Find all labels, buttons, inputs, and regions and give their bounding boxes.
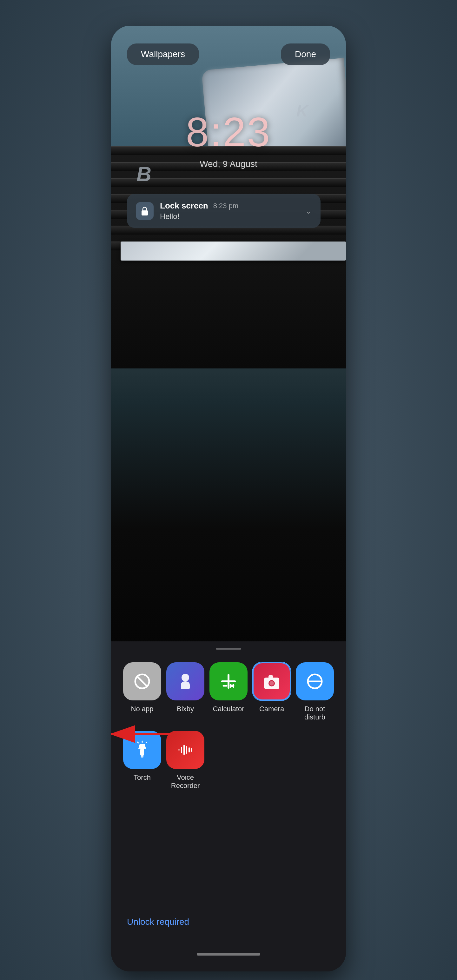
bixby-icon bbox=[175, 671, 196, 692]
svg-line-2 bbox=[137, 676, 147, 686]
top-buttons-bar: Wallpapers Done bbox=[111, 43, 346, 65]
red-arrow-annotation bbox=[111, 721, 177, 747]
app-item-bixby[interactable]: Bixby bbox=[164, 662, 207, 721]
torch-label: Torch bbox=[134, 773, 151, 782]
notification-title: Lock screen bbox=[160, 201, 208, 211]
notification-time: 8:23 pm bbox=[213, 202, 239, 210]
app-item-no-app[interactable]: No app bbox=[121, 662, 164, 721]
bottom-panel: No app Bixby bbox=[111, 641, 346, 971]
unlock-required-text: Unlock required bbox=[127, 917, 189, 927]
apps-grid: No app Bixby bbox=[111, 662, 346, 790]
grille-chrome-edge bbox=[121, 242, 346, 261]
no-app-icon bbox=[132, 671, 152, 692]
svg-point-12 bbox=[269, 681, 274, 686]
camera-icon bbox=[261, 671, 282, 692]
svg-rect-16 bbox=[140, 749, 144, 756]
svg-rect-13 bbox=[269, 675, 273, 678]
done-button[interactable]: Done bbox=[281, 43, 330, 65]
app-item-voice-recorder[interactable]: Voice Recorder bbox=[164, 731, 207, 790]
wallpapers-button[interactable]: Wallpapers bbox=[127, 43, 199, 65]
bixby-icon-wrap bbox=[166, 662, 204, 700]
calculator-icon-wrap bbox=[209, 662, 248, 700]
outer-background: K B Wallpapers Done 8:23 Wed, 9 August bbox=[0, 0, 457, 980]
bixby-label: Bixby bbox=[177, 705, 194, 713]
panel-handle bbox=[216, 648, 241, 650]
home-bar bbox=[197, 953, 260, 956]
app-item-camera[interactable]: Camera bbox=[250, 662, 293, 721]
dnd-label: Do not disturb bbox=[293, 705, 336, 721]
clock-display: 8:23 bbox=[111, 108, 346, 156]
app-item-dnd[interactable]: Do not disturb bbox=[293, 662, 336, 721]
lockscreen: K B Wallpapers Done 8:23 Wed, 9 August bbox=[111, 26, 346, 654]
calculator-icon bbox=[218, 671, 239, 692]
calculator-label: Calculator bbox=[213, 705, 244, 713]
svg-rect-0 bbox=[142, 210, 148, 215]
svg-rect-18 bbox=[141, 756, 143, 757]
camera-icon-wrap bbox=[253, 662, 291, 700]
notification-body: Hello! bbox=[160, 212, 299, 221]
dnd-icon bbox=[305, 671, 325, 692]
app-item-calculator[interactable]: Calculator bbox=[207, 662, 250, 721]
notification-title-row: Lock screen 8:23 pm bbox=[160, 201, 299, 211]
no-app-label: No app bbox=[131, 705, 154, 713]
notification-chevron-icon[interactable]: ⌄ bbox=[305, 207, 312, 215]
voice-recorder-icon bbox=[175, 740, 196, 760]
date-display: Wed, 9 August bbox=[111, 159, 346, 169]
notification-card: Lock screen 8:23 pm Hello! ⌄ bbox=[127, 194, 320, 228]
notification-content: Lock screen 8:23 pm Hello! bbox=[160, 201, 299, 221]
svg-point-3 bbox=[182, 674, 189, 681]
dnd-icon-wrap bbox=[296, 662, 334, 700]
phone-container: K B Wallpapers Done 8:23 Wed, 9 August bbox=[111, 26, 346, 971]
no-app-icon-wrap bbox=[123, 662, 161, 700]
voice-recorder-label: Voice Recorder bbox=[164, 773, 207, 790]
camera-label: Camera bbox=[259, 705, 284, 713]
notification-icon bbox=[136, 202, 154, 220]
lock-icon bbox=[140, 206, 150, 216]
time-section: 8:23 Wed, 9 August bbox=[111, 108, 346, 169]
